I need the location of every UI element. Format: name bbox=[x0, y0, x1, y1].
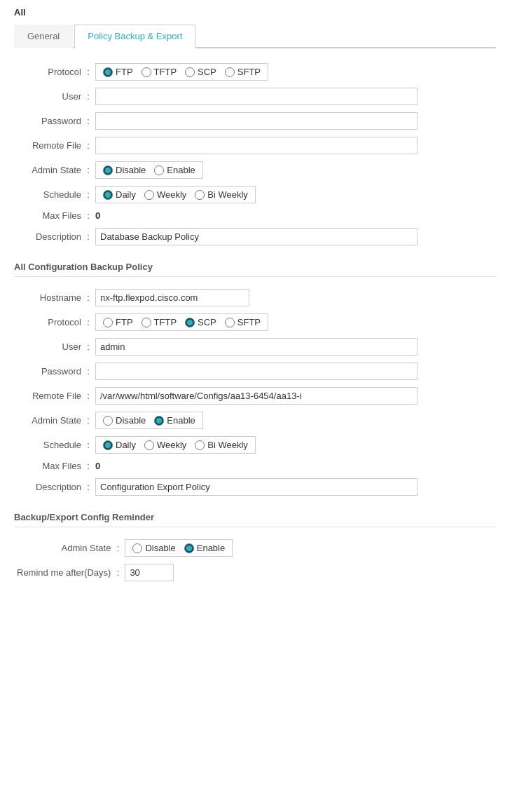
cb-protocol-sftp-radio[interactable] bbox=[225, 318, 235, 327]
schedule-weekly-item[interactable]: Weekly bbox=[144, 189, 186, 200]
schedule-biweekly-radio[interactable] bbox=[195, 190, 205, 200]
protocol-scp-radio[interactable] bbox=[185, 67, 195, 77]
cb-protocol-ftp-label: FTP bbox=[116, 317, 133, 327]
cb-schedule-radio-group: Daily Weekly Bi Weekly bbox=[95, 436, 256, 454]
user-input[interactable] bbox=[95, 88, 418, 105]
remote-file-input[interactable] bbox=[95, 137, 418, 154]
cb-description-input[interactable] bbox=[95, 478, 418, 496]
tab-general[interactable]: General bbox=[14, 25, 73, 48]
protocol-tftp-item[interactable]: TFTP bbox=[142, 67, 177, 77]
hostname-input[interactable] bbox=[95, 289, 249, 306]
cb-admin-state-value: Disable Enable bbox=[92, 408, 496, 433]
cb-admin-state-radio-group: Disable Enable bbox=[95, 412, 203, 429]
cb-description-colon: : bbox=[84, 475, 92, 499]
cb-protocol-scp-item[interactable]: SCP bbox=[185, 317, 216, 327]
admin-state-disable-item[interactable]: Disable bbox=[103, 165, 146, 175]
reminder-admin-state-disable-label: Disable bbox=[145, 543, 175, 553]
reminder-table: Admin State : Disable Enable Remind me a… bbox=[14, 536, 496, 585]
cb-password-label: Password bbox=[14, 359, 84, 384]
max-files-number: 0 bbox=[95, 210, 100, 221]
cb-description-value bbox=[92, 475, 496, 499]
cb-max-files-value: 0 bbox=[92, 457, 496, 475]
cb-schedule-weekly-label: Weekly bbox=[157, 440, 186, 450]
cb-admin-state-label: Admin State bbox=[14, 408, 84, 433]
admin-state-disable-radio[interactable] bbox=[103, 165, 113, 175]
cb-password-input[interactable] bbox=[95, 363, 418, 380]
cb-user-input[interactable] bbox=[95, 338, 418, 356]
cb-schedule-row: Schedule : Daily Weekly Bi Weekly bbox=[14, 433, 496, 457]
protocol-sftp-radio[interactable] bbox=[225, 67, 235, 77]
admin-state-value: Disable Enable bbox=[92, 158, 496, 182]
cb-user-row: User : bbox=[14, 334, 496, 359]
cb-admin-state-enable-radio[interactable] bbox=[154, 416, 164, 426]
remind-days-value bbox=[122, 560, 496, 585]
schedule-weekly-radio[interactable] bbox=[144, 190, 154, 200]
max-files-label: Max Files bbox=[14, 207, 84, 224]
user-row: User : bbox=[14, 84, 496, 109]
cb-protocol-scp-radio[interactable] bbox=[185, 318, 195, 327]
config-backup-section-title: All Configuration Backup Policy bbox=[14, 262, 496, 272]
cb-remote-file-input[interactable] bbox=[95, 387, 418, 405]
description-input[interactable] bbox=[95, 228, 418, 245]
schedule-daily-item[interactable]: Daily bbox=[103, 189, 136, 200]
config-backup-form: Hostname : Protocol : FTP TFTP SCP bbox=[14, 285, 496, 499]
description-row: Description : bbox=[14, 224, 496, 249]
protocol-ftp-item[interactable]: FTP bbox=[103, 67, 133, 77]
protocol-scp-item[interactable]: SCP bbox=[185, 67, 216, 77]
cb-admin-state-enable-item[interactable]: Enable bbox=[154, 415, 195, 426]
password-colon: : bbox=[84, 109, 92, 133]
reminder-admin-state-label: Admin State bbox=[14, 536, 113, 560]
cb-protocol-ftp-radio[interactable] bbox=[103, 318, 113, 327]
admin-state-enable-radio[interactable] bbox=[154, 165, 164, 175]
remind-days-label: Remind me after(Days) bbox=[14, 560, 113, 585]
reminder-admin-state-enable-radio[interactable] bbox=[184, 543, 194, 553]
cb-protocol-sftp-item[interactable]: SFTP bbox=[225, 317, 261, 327]
cb-admin-state-disable-item[interactable]: Disable bbox=[103, 415, 146, 426]
protocol-sftp-label: SFTP bbox=[237, 67, 261, 77]
cb-schedule-biweekly-label: Bi Weekly bbox=[207, 440, 248, 450]
database-backup-form: Protocol : FTP TFTP SCP SFTP bbox=[14, 60, 496, 249]
max-files-colon: : bbox=[84, 207, 92, 224]
cb-protocol-tftp-item[interactable]: TFTP bbox=[142, 317, 177, 327]
tab-policy-backup-export[interactable]: Policy Backup & Export bbox=[74, 25, 195, 48]
cb-protocol-tftp-label: TFTP bbox=[154, 317, 177, 327]
cb-schedule-biweekly-item[interactable]: Bi Weekly bbox=[195, 440, 248, 450]
reminder-admin-state-disable-radio[interactable] bbox=[132, 543, 142, 553]
reminder-admin-state-enable-item[interactable]: Enable bbox=[184, 543, 225, 553]
schedule-biweekly-item[interactable]: Bi Weekly bbox=[195, 189, 248, 200]
protocol-tftp-radio[interactable] bbox=[142, 67, 151, 77]
user-label: User bbox=[14, 84, 84, 109]
hostname-row: Hostname : bbox=[14, 285, 496, 310]
cb-admin-state-colon: : bbox=[84, 408, 92, 433]
schedule-label: Schedule bbox=[14, 182, 84, 207]
cb-admin-state-row: Admin State : Disable Enable bbox=[14, 408, 496, 433]
reminder-admin-state-disable-item[interactable]: Disable bbox=[132, 543, 175, 553]
admin-state-enable-item[interactable]: Enable bbox=[154, 165, 195, 175]
max-files-row: Max Files : 0 bbox=[14, 207, 496, 224]
schedule-daily-radio[interactable] bbox=[103, 190, 113, 200]
cb-schedule-weekly-radio[interactable] bbox=[144, 440, 154, 450]
cb-max-files-row: Max Files : 0 bbox=[14, 457, 496, 475]
reminder-admin-state-radio-group: Disable Enable bbox=[125, 539, 233, 557]
cb-protocol-tftp-radio[interactable] bbox=[142, 318, 151, 327]
cb-admin-state-disable-radio[interactable] bbox=[103, 416, 113, 426]
protocol-sftp-item[interactable]: SFTP bbox=[225, 67, 261, 77]
reminder-admin-state-value: Disable Enable bbox=[122, 536, 496, 560]
password-input[interactable] bbox=[95, 112, 418, 130]
cb-remote-file-label: Remote File bbox=[14, 384, 84, 408]
remote-file-value bbox=[92, 133, 496, 158]
cb-protocol-radio-group: FTP TFTP SCP SFTP bbox=[95, 313, 268, 331]
protocol-ftp-radio[interactable] bbox=[103, 67, 113, 77]
cb-remote-file-value bbox=[92, 384, 496, 408]
remind-days-input[interactable] bbox=[125, 564, 174, 581]
cb-schedule-daily-radio[interactable] bbox=[103, 440, 113, 450]
cb-schedule-biweekly-radio[interactable] bbox=[195, 440, 205, 450]
cb-protocol-ftp-item[interactable]: FTP bbox=[103, 317, 133, 327]
password-value bbox=[92, 109, 496, 133]
hostname-value bbox=[92, 285, 496, 310]
cb-admin-state-enable-label: Enable bbox=[167, 415, 195, 426]
cb-protocol-row: Protocol : FTP TFTP SCP SFTP bbox=[14, 310, 496, 334]
protocol-value: FTP TFTP SCP SFTP bbox=[92, 60, 496, 84]
cb-schedule-daily-item[interactable]: Daily bbox=[103, 440, 136, 450]
cb-schedule-weekly-item[interactable]: Weekly bbox=[144, 440, 186, 450]
